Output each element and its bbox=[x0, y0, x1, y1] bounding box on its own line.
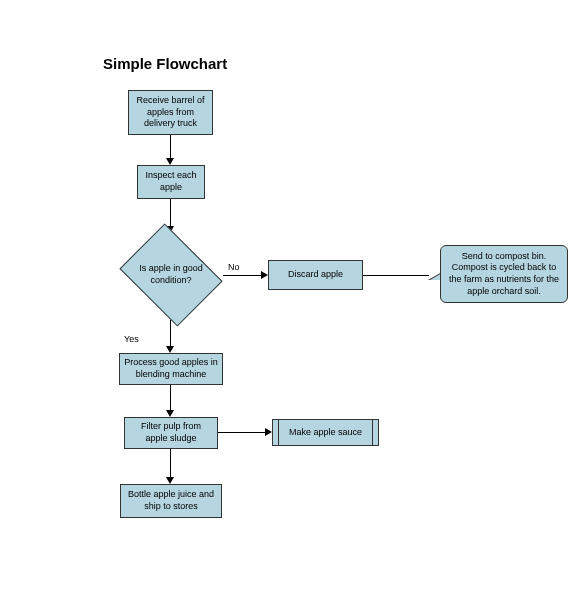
arrowhead-down-icon bbox=[166, 477, 174, 484]
page-title: Simple Flowchart bbox=[103, 55, 227, 72]
node-decision-label: Is apple in good condition? bbox=[131, 263, 211, 286]
node-process: Process good apples in blending machine bbox=[119, 353, 223, 385]
node-compost: Send to compost bin. Compost is cycled b… bbox=[440, 245, 568, 303]
node-filter: Filter pulp from apple sludge bbox=[124, 417, 218, 449]
arrowhead-right-icon bbox=[261, 271, 268, 279]
edge-label-yes: Yes bbox=[124, 334, 139, 344]
arrowhead-down-icon bbox=[166, 158, 174, 165]
node-sauce-label: Make apple sauce bbox=[289, 427, 362, 439]
node-discard: Discard apple bbox=[268, 260, 363, 290]
node-receive: Receive barrel of apples from delivery t… bbox=[128, 90, 213, 135]
connector bbox=[223, 275, 263, 276]
connector bbox=[170, 385, 171, 412]
arrowhead-down-icon bbox=[166, 410, 174, 417]
edge-label-no: No bbox=[228, 262, 240, 272]
connector bbox=[170, 449, 171, 479]
node-bottle: Bottle apple juice and ship to stores bbox=[120, 484, 222, 518]
connector bbox=[170, 320, 171, 348]
node-sauce: Make apple sauce bbox=[272, 419, 379, 446]
connector bbox=[218, 432, 267, 433]
arrowhead-down-icon bbox=[166, 346, 174, 353]
connector bbox=[170, 199, 171, 228]
node-inspect: Inspect each apple bbox=[137, 165, 205, 199]
connector bbox=[170, 135, 171, 160]
arrowhead-right-icon bbox=[265, 428, 272, 436]
connector bbox=[363, 275, 429, 276]
